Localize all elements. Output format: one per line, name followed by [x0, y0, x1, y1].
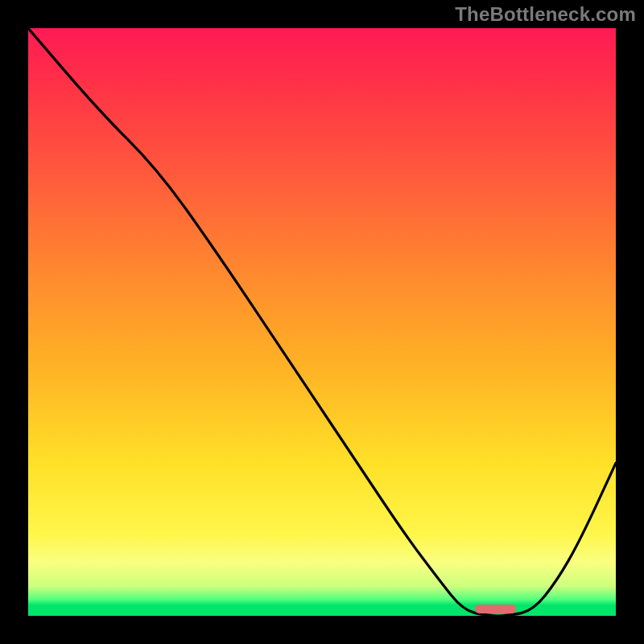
plot-area	[28, 28, 616, 616]
minimum-marker	[475, 605, 516, 613]
chart-frame: TheBottleneck.com	[0, 0, 644, 644]
watermark-text: TheBottleneck.com	[455, 3, 636, 26]
bottleneck-curve-path	[28, 28, 616, 616]
curve-svg	[28, 28, 616, 616]
